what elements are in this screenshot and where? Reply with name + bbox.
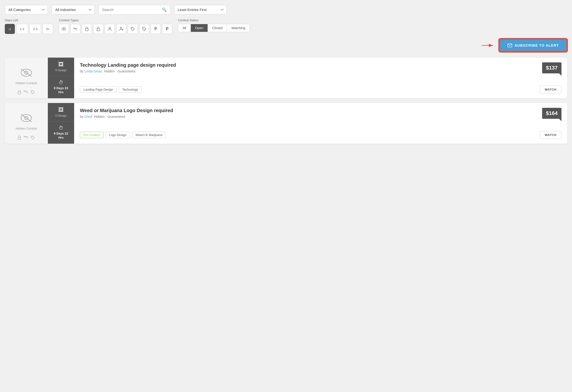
eye-open-btn[interactable] xyxy=(59,24,69,34)
lock-open-btn[interactable] xyxy=(93,24,103,34)
lock-icon-2 xyxy=(18,136,21,141)
hidden-text-2: Hidden Contest xyxy=(16,127,37,130)
subscribe-label: SUBSCRIBE TO ALERT xyxy=(515,43,559,47)
svg-line-17 xyxy=(24,90,28,93)
search-box: 🔍 xyxy=(98,5,170,15)
tag-icon-2 xyxy=(31,136,35,141)
image-icon-2: 🖼 xyxy=(58,107,64,113)
card-tags-1: Landing Page Design Technology xyxy=(80,86,142,93)
status-all-btn[interactable]: All xyxy=(178,24,191,32)
image-icon-1: 🖼 xyxy=(58,62,64,68)
svg-rect-3 xyxy=(85,29,88,31)
p-btn[interactable]: P xyxy=(151,24,161,34)
subscribe-alert-button[interactable]: SUBSCRIBE TO ALERT xyxy=(499,39,567,52)
timer-icon-1: ⏱ xyxy=(59,80,63,85)
top-filter-bar: All Categories All Industries 🔍 Least En… xyxy=(5,5,567,15)
contest-types-label: Contest Types xyxy=(59,18,172,22)
watch-button-1[interactable]: WATCH xyxy=(540,86,561,94)
author-link-2[interactable]: Chief xyxy=(84,115,92,119)
watch-button-2[interactable]: WATCH xyxy=(540,131,561,139)
card-left-2: Hidden Contest xyxy=(5,103,48,144)
status-watching-btn[interactable]: Watching xyxy=(227,24,250,32)
days-3plus-btn[interactable]: 3+ xyxy=(43,24,53,34)
tag-logo-design-2: Logo Design xyxy=(105,132,130,138)
days-1-2-btn[interactable]: 1-2 xyxy=(16,24,28,34)
card-price-2: $164 xyxy=(542,108,561,119)
filters-row: Days Left ‹1 1-2 2-3 3+ Contest Types xyxy=(5,18,567,34)
days-2-3-btn[interactable]: 2-3 xyxy=(30,24,41,34)
subscribe-area: SUBSCRIBE TO ALERT xyxy=(5,39,567,52)
status-open-btn[interactable]: Open xyxy=(191,24,208,32)
card-meta-1: by Linda Ginac Hidden Guaranteed xyxy=(80,69,176,73)
days-left-buttons: ‹1 1-2 2-3 3+ xyxy=(5,24,53,34)
card-icons-2 xyxy=(18,136,35,141)
timer-area-1: ⏱ 9 Days 23Hrs xyxy=(48,76,74,98)
design-count-area-2: 🖼 0 Design xyxy=(48,103,74,121)
contest-type-buttons: P P/ xyxy=(59,24,172,34)
p-slash-btn[interactable]: P/ xyxy=(162,24,172,34)
status-buttons: All Open Closed Watching xyxy=(178,24,250,32)
arrow-indicator xyxy=(481,41,495,50)
contest-status-label: Contest Status xyxy=(178,18,250,22)
svg-point-24 xyxy=(32,137,32,137)
tag-weed-2: Weed Or Marijuana xyxy=(132,132,166,138)
status-closed-btn[interactable]: Closed xyxy=(208,24,227,32)
eye-slash-icon-1 xyxy=(23,90,28,95)
tag-technology-1: Technology xyxy=(119,86,142,93)
svg-point-7 xyxy=(132,28,132,29)
contest-card-2: Hidden Contest 🖼 0 Design ⏱ 9 Days 22Hrs xyxy=(5,103,567,144)
timer-icon-2: ⏱ xyxy=(59,125,63,131)
card-title-2: Weed or Marijuana Logo Design required xyxy=(80,108,173,113)
tag-btn[interactable] xyxy=(128,24,138,34)
card-bottom-row-2: Pro Contest Logo Design Weed Or Marijuan… xyxy=(80,131,561,139)
svg-point-18 xyxy=(32,91,32,92)
eye-slash-icon-2 xyxy=(23,136,28,141)
svg-point-6 xyxy=(120,27,122,29)
card-left-1: Hidden Contest xyxy=(5,58,48,98)
svg-point-5 xyxy=(109,27,111,29)
card-right-1: Technology Landing page design required … xyxy=(74,58,567,98)
design-count-label-2: 0 Design xyxy=(55,114,66,117)
tag-pro-contest-2: Pro Contest xyxy=(80,132,104,138)
tag-special-btn[interactable] xyxy=(139,24,149,34)
lock-btn[interactable] xyxy=(82,24,92,34)
days-text-2: 9 Days 22Hrs xyxy=(54,132,68,140)
design-count-area-1: 🖼 0 Design xyxy=(48,58,74,76)
card-middle-1: 🖼 0 Design ⏱ 9 Days 23Hrs xyxy=(48,58,74,98)
svg-point-1 xyxy=(63,29,64,30)
card-info-2: Weed or Marijuana Logo Design required b… xyxy=(80,108,173,122)
sort-select[interactable]: Least Entries First xyxy=(174,5,227,14)
timer-area-2: ⏱ 9 Days 22Hrs xyxy=(48,121,74,144)
card-top-row-2: Weed or Marijuana Logo Design required b… xyxy=(80,108,561,122)
card-icons-1 xyxy=(18,90,35,95)
hidden-text-1: Hidden Contest xyxy=(16,81,37,85)
category-select[interactable]: All Categories xyxy=(5,5,48,14)
search-icon: 🔍 xyxy=(162,7,167,12)
hidden-contest-icon-1: Hidden Contest xyxy=(16,66,37,85)
days-lt1-btn[interactable]: ‹1 xyxy=(5,24,15,34)
svg-rect-4 xyxy=(97,29,100,31)
card-middle-2: 🖼 0 Design ⏱ 9 Days 22Hrs xyxy=(48,103,74,144)
eye-closed-btn[interactable] xyxy=(70,24,80,34)
card-price-1: $137 xyxy=(542,63,561,73)
hidden-contest-icon-2: Hidden Contest xyxy=(16,111,37,130)
author-link-1[interactable]: Linda Ginac xyxy=(84,69,102,73)
industry-select[interactable]: All Industries xyxy=(52,5,95,14)
card-right-2: Weed or Marijuana Logo Design required b… xyxy=(74,103,567,144)
search-input[interactable] xyxy=(102,8,162,12)
days-text-1: 9 Days 23Hrs xyxy=(54,86,68,94)
contest-status-group: Contest Status All Open Closed Watching xyxy=(178,18,250,32)
person-pro-btn[interactable] xyxy=(116,24,126,34)
days-left-group: Days Left ‹1 1-2 2-3 3+ xyxy=(5,18,53,34)
design-count-label-1: 0 Design xyxy=(55,69,66,72)
contest-card-1: Hidden Contest 🖼 0 Design ⏱ 9 Days 23Hrs xyxy=(5,58,567,98)
person-btn[interactable] xyxy=(105,24,115,34)
card-tags-2: Pro Contest Logo Design Weed Or Marijuan… xyxy=(80,132,166,138)
card-title-1: Technology Landing page design required xyxy=(80,63,176,68)
lock-icon-1 xyxy=(18,90,21,95)
tag-icon-1 xyxy=(31,90,35,95)
card-bottom-row-1: Landing Page Design Technology WATCH xyxy=(80,86,561,94)
tag-landing-page-1: Landing Page Design xyxy=(80,86,117,93)
svg-point-8 xyxy=(143,28,144,29)
svg-line-23 xyxy=(24,136,28,139)
